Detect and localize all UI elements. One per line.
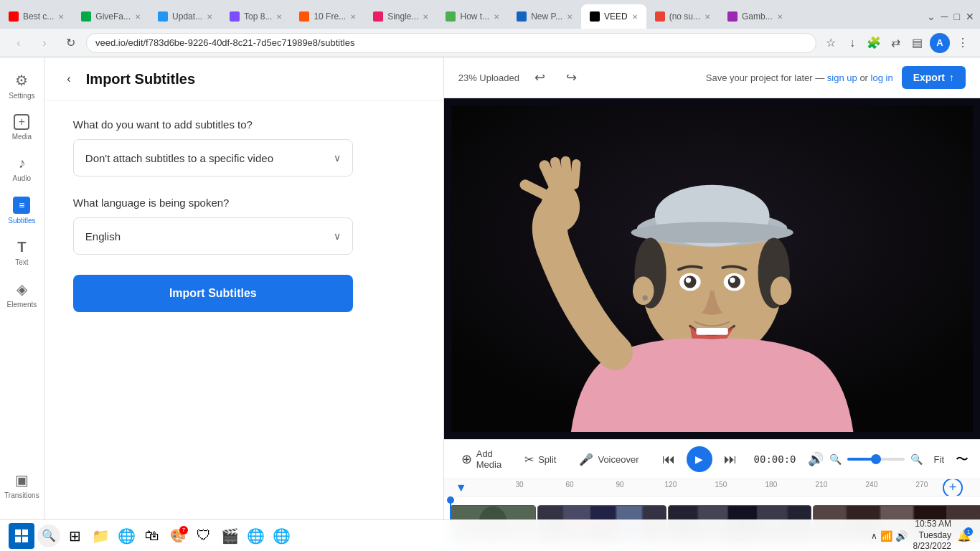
maximize-btn[interactable]: □ xyxy=(954,11,960,22)
svg-point-16 xyxy=(730,278,735,283)
svg-rect-52 xyxy=(22,529,28,535)
sound-icon[interactable]: 🔊 xyxy=(895,530,908,542)
tab-label-9: VEED xyxy=(604,11,628,22)
network-icon[interactable]: 📶 xyxy=(880,530,892,542)
sidebar-item-transitions[interactable]: ▣ Transitions xyxy=(0,466,43,505)
zoom-slider[interactable] xyxy=(847,458,905,461)
redo-button[interactable]: ↪ xyxy=(560,66,583,89)
sidebar-toggle-icon[interactable]: ▤ xyxy=(908,34,925,52)
add-media-button[interactable]: ⊕ Add Media xyxy=(456,446,507,473)
voiceover-button[interactable]: 🎤 Voiceover xyxy=(573,450,644,469)
app-icon-2[interactable]: 🛡 xyxy=(192,524,215,547)
tab-11[interactable]: Gamb... ✕ xyxy=(719,4,791,29)
tab-label-6: Single... xyxy=(387,11,418,22)
chrome-icon[interactable]: 🌐 xyxy=(244,524,267,547)
subtitle-target-select[interactable]: Don't attach subtitles to a specific vid… xyxy=(73,139,353,176)
tab-close-7[interactable]: ✕ xyxy=(494,13,499,21)
tab-6[interactable]: Single... ✕ xyxy=(364,4,437,29)
refresh-btn[interactable]: ↻ xyxy=(60,33,80,53)
tab-2[interactable]: GiveFa... ✕ xyxy=(72,4,149,29)
sync-icon[interactable]: ⇄ xyxy=(887,34,904,52)
store-icon[interactable]: 🛍 xyxy=(141,524,164,547)
tab-3[interactable]: Updat... ✕ xyxy=(149,4,221,29)
task-view-button[interactable]: ⊞ xyxy=(63,524,86,547)
undo-button[interactable]: ↩ xyxy=(528,66,551,89)
tab-close-8[interactable]: ✕ xyxy=(567,13,573,21)
clock-display[interactable]: 10:53 AM Tuesday 8/23/2022 xyxy=(913,519,951,551)
search-button[interactable]: 🔍 xyxy=(37,524,60,547)
zoom-out-icon[interactable]: 🔍 xyxy=(829,453,842,465)
profile-avatar[interactable]: A xyxy=(930,33,950,53)
address-bar[interactable]: veed.io/edit/f783d6be-9226-40df-8c21-7d5… xyxy=(86,33,816,53)
tab-close-6[interactable]: ✕ xyxy=(423,13,428,21)
tab-close-4[interactable]: ✕ xyxy=(276,13,282,21)
skip-forward-button[interactable]: ⏭ xyxy=(718,449,743,470)
play-button[interactable]: ▶ xyxy=(687,446,712,472)
notification-icon[interactable]: 🔔 1 xyxy=(957,529,971,542)
upload-status: 23% Uploaded xyxy=(458,72,519,83)
close-btn[interactable]: ✕ xyxy=(966,11,974,22)
chevron-up-icon[interactable]: ∧ xyxy=(871,531,877,541)
extensions-icon[interactable]: 🧩 xyxy=(865,34,882,52)
sidebar-item-elements[interactable]: ◈ Elements xyxy=(0,275,43,314)
svg-point-21 xyxy=(541,182,580,232)
split-button[interactable]: ✂ Split xyxy=(519,450,562,469)
download-icon[interactable]: ↓ xyxy=(844,34,861,52)
filter-icon[interactable]: ▼ xyxy=(456,481,467,494)
language-select[interactable]: English ∨ xyxy=(73,217,353,255)
tab-favicon-6 xyxy=(373,11,383,22)
file-explorer-icon[interactable]: 📁 xyxy=(89,524,112,547)
volume-icon[interactable]: 🔊 xyxy=(808,451,824,467)
sidebar-item-subtitles[interactable]: ≡ Subtitles xyxy=(0,191,43,230)
fit-button[interactable]: Fit xyxy=(928,451,950,468)
sidebar-label-elements: Elements xyxy=(7,301,37,309)
tab-1[interactable]: Best c... ✕ xyxy=(0,4,72,29)
tab-close-2[interactable]: ✕ xyxy=(135,13,141,21)
waveform-icon[interactable]: 〜 xyxy=(956,451,969,468)
add-track-button[interactable]: + xyxy=(943,479,963,496)
back-button[interactable]: ‹ xyxy=(59,69,79,89)
back-nav-btn[interactable]: ‹ xyxy=(9,33,29,53)
export-button[interactable]: Export ↑ xyxy=(902,66,966,89)
tab-8[interactable]: New P... ✕ xyxy=(508,4,581,29)
start-button[interactable] xyxy=(9,523,34,549)
minimize-btn[interactable]: ─ xyxy=(941,11,948,22)
tab-7[interactable]: How t... ✕ xyxy=(437,4,508,29)
log-in-link[interactable]: log in xyxy=(871,72,893,83)
vlc-icon[interactable]: 🎬 xyxy=(218,524,241,547)
zoom-in-icon[interactable]: 🔍 xyxy=(910,453,923,465)
sign-up-link[interactable]: sign up xyxy=(827,72,857,83)
menu-icon[interactable]: ⋮ xyxy=(954,34,971,52)
tab-close-5[interactable]: ✕ xyxy=(350,13,356,21)
tab-4[interactable]: Top 8... ✕ xyxy=(221,4,291,29)
question-1-label: What do you want to add subtitles to? xyxy=(73,118,415,131)
sidebar-label-subtitles: Subtitles xyxy=(8,217,35,225)
sidebar-item-text[interactable]: T Text xyxy=(0,233,43,272)
question-2-label: What language is being spoken? xyxy=(73,197,415,209)
timeline-toolbar: ⊕ Add Media ✂ Split 🎤 Voiceover ⏮ ▶ ⏭ 00… xyxy=(444,440,980,479)
bookmark-icon[interactable]: ☆ xyxy=(822,34,839,52)
app-icon-1[interactable]: 🎨 7 xyxy=(166,524,189,547)
tab-close-9[interactable]: ✕ xyxy=(632,13,638,21)
sidebar-item-audio[interactable]: ♪ Audio xyxy=(0,149,43,188)
forward-nav-btn[interactable]: › xyxy=(34,33,55,53)
chrome-icon-2[interactable]: 🌐 xyxy=(270,524,293,547)
tab-list-btn[interactable]: ⌄ xyxy=(927,11,936,22)
video-preview xyxy=(444,98,980,439)
tab-9[interactable]: VEED ✕ xyxy=(581,4,646,29)
tab-5[interactable]: 10 Fre... ✕ xyxy=(291,4,364,29)
panel-title: Import Subtitles xyxy=(86,71,195,88)
ruler-mark-60: 60 xyxy=(566,481,574,489)
tab-10[interactable]: (no su... ✕ xyxy=(646,4,719,29)
import-subtitles-button[interactable]: Import Subtitles xyxy=(73,275,353,312)
tab-close-10[interactable]: ✕ xyxy=(705,13,710,21)
edge-browser-icon[interactable]: 🌐 xyxy=(115,524,138,547)
tab-label-5: 10 Fre... xyxy=(314,11,346,22)
tab-close-1[interactable]: ✕ xyxy=(58,13,64,21)
tab-close-3[interactable]: ✕ xyxy=(207,13,212,21)
tab-close-11[interactable]: ✕ xyxy=(777,13,783,21)
skip-back-button[interactable]: ⏮ xyxy=(656,449,681,470)
sidebar-item-media[interactable]: + Media xyxy=(0,108,43,146)
sidebar-item-settings[interactable]: ⚙ Settings xyxy=(0,66,43,105)
tab-favicon-2 xyxy=(81,11,91,22)
